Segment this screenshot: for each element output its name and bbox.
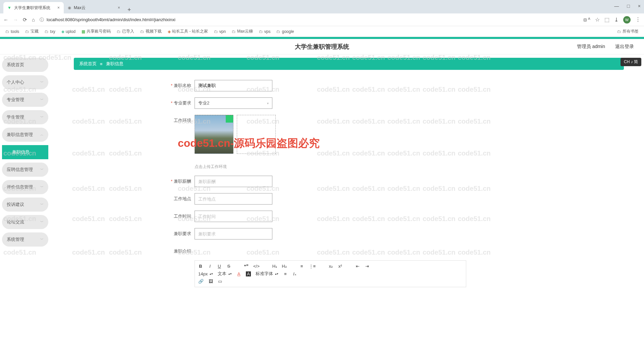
ol-icon[interactable]: ≡ xyxy=(300,264,304,269)
input-job-name[interactable] xyxy=(195,80,272,91)
bookmark-folder[interactable]: 🗀视频下载 xyxy=(138,28,164,35)
chevron-down-icon: ﹀ xyxy=(40,115,44,120)
image-preview[interactable] xyxy=(195,115,233,154)
sidebar-item-complaint[interactable]: 投诉建议﹀ xyxy=(2,198,48,212)
site-info-icon[interactable]: ⓘ xyxy=(40,17,44,23)
bookmark-icon[interactable]: ☆ xyxy=(595,16,600,23)
sidebar-item-forum[interactable]: 论坛交流﹀ xyxy=(2,215,48,229)
maximize-icon[interactable]: □ xyxy=(627,3,630,9)
sidebar-item-major[interactable]: 专业管理﹀ xyxy=(2,93,48,107)
text-color-icon[interactable]: A xyxy=(236,271,241,276)
translate-icon[interactable]: ⦻ᴬ xyxy=(583,16,590,23)
bookmark-link[interactable]: ◈站长工具 - 站长之家 xyxy=(166,28,210,35)
strike-icon[interactable]: S xyxy=(226,264,231,269)
chevron-down-icon: ﹀ xyxy=(40,167,44,172)
quote-icon[interactable]: ❝❞ xyxy=(244,264,249,269)
all-bookmarks[interactable]: 🗀所有书签 xyxy=(615,28,641,35)
close-icon[interactable]: × xyxy=(118,5,120,10)
sidebar-item-jobinfo[interactable]: 兼职信息管理︿ xyxy=(2,128,48,142)
bookmark-folder[interactable]: 🗀google xyxy=(274,29,296,35)
app-title: 大学生兼职管理系统 xyxy=(295,43,349,51)
chevron-down-icon: ﹀ xyxy=(40,97,44,102)
italic-icon[interactable]: I xyxy=(208,264,212,269)
bookmark-link[interactable]: ◈uplod xyxy=(59,29,77,35)
align-icon[interactable]: ≡ xyxy=(283,271,288,276)
h1-icon[interactable]: H₁ xyxy=(272,264,277,269)
bookmark-folder[interactable]: 🗀已导入 xyxy=(115,28,136,35)
superscript-icon[interactable]: x² xyxy=(338,264,342,269)
bookmark-folder[interactable]: 🗀宝藏 xyxy=(23,28,41,35)
tab-title: 大学生兼职管理系统 xyxy=(14,5,50,11)
user-label[interactable]: 管理员 admin xyxy=(577,44,605,50)
folder-icon: 🗀 xyxy=(117,29,121,34)
link-icon: ◈ xyxy=(61,29,64,34)
link-icon[interactable]: 🔗 xyxy=(198,279,204,284)
bookmark-folder[interactable]: 🗀tools xyxy=(3,29,21,35)
clear-format-icon[interactable]: Iₓ xyxy=(292,271,297,276)
home-icon[interactable]: ⌂ xyxy=(32,17,35,23)
new-tab-button[interactable]: + xyxy=(124,6,135,13)
chevron-down-icon: ﹀ xyxy=(40,202,44,207)
profile-avatar[interactable]: W xyxy=(623,16,631,24)
close-icon[interactable]: × xyxy=(57,5,60,10)
ime-indicator[interactable]: CH ♪ 简 xyxy=(621,58,641,66)
app-header: 大学生兼职管理系统 管理员 admin 退出登录 xyxy=(0,39,644,54)
upload-button[interactable] xyxy=(237,115,276,154)
ul-icon[interactable]: ⋮≡ xyxy=(309,264,316,269)
input-salary[interactable] xyxy=(195,176,272,187)
sidebar-item-apply[interactable]: 应聘信息管理﹀ xyxy=(2,163,48,177)
indent-icon[interactable]: ⇥ xyxy=(365,264,369,269)
bg-color-icon[interactable]: A xyxy=(246,271,251,276)
bold-icon[interactable]: B xyxy=(198,264,203,269)
chevron-down-icon: ▾ xyxy=(267,101,269,105)
logout-link[interactable]: 退出登录 xyxy=(615,44,634,50)
link-icon: ◈ xyxy=(168,29,171,34)
folder-icon: 🗀 xyxy=(259,29,263,34)
input-time[interactable] xyxy=(195,211,272,222)
label-major: 专业要求 xyxy=(168,97,191,106)
sidebar-item-review[interactable]: 评价信息管理﹀ xyxy=(2,180,48,194)
sidebar-sub-jobinfo[interactable]: 兼职信息 xyxy=(2,145,48,159)
h2-icon[interactable]: H₂ xyxy=(282,264,286,269)
tab-favicon: ▼ xyxy=(7,5,11,10)
reload-icon[interactable]: ⟳ xyxy=(23,17,27,23)
input-location[interactable] xyxy=(195,193,272,205)
back-icon[interactable]: ← xyxy=(3,17,8,23)
minimize-icon[interactable]: — xyxy=(614,3,619,9)
sidebar-item-home[interactable]: 系统首页 xyxy=(2,58,48,72)
sidebar-item-profile[interactable]: 个人中心﹀ xyxy=(2,75,48,89)
download-icon[interactable]: ⤓ xyxy=(614,16,619,23)
content-area: 系统首页 ≡ 兼职信息 CH ♪ 简 兼职名称 专业要求 专业2 ▾ 工作环境 xyxy=(50,54,644,350)
browser-tab[interactable]: ◉ Max云 × xyxy=(64,2,124,13)
bookmark-link[interactable]: ▦共享账号密码 xyxy=(79,28,113,35)
code-icon[interactable]: </> xyxy=(253,264,260,269)
forward-icon[interactable]: → xyxy=(13,17,18,23)
text-type-select[interactable]: 文本▴▾ xyxy=(218,271,232,277)
label-requirement: 兼职要求 xyxy=(168,228,191,237)
bookmark-folder[interactable]: 🗀txy xyxy=(43,29,57,35)
outdent-icon[interactable]: ⇤ xyxy=(355,264,360,269)
bookmark-folder[interactable]: 🗀vpn xyxy=(212,29,228,35)
menu-icon[interactable]: ⋮ xyxy=(635,16,641,23)
select-major[interactable]: 专业2 ▾ xyxy=(195,97,272,109)
underline-icon[interactable]: U xyxy=(217,264,222,269)
folder-icon: 🗀 xyxy=(232,29,236,34)
close-window-icon[interactable]: × xyxy=(638,3,641,9)
input-requirement[interactable] xyxy=(195,228,272,239)
subscript-icon[interactable]: x₂ xyxy=(328,264,333,269)
delete-corner-icon[interactable] xyxy=(226,115,233,123)
video-icon[interactable]: ▭ xyxy=(218,279,222,284)
browser-tab-active[interactable]: ▼ 大学生兼职管理系统 × xyxy=(3,2,64,13)
font-family-select[interactable]: 标准字体▴▾ xyxy=(256,271,278,277)
url-input[interactable]: ⓘ localhost:8080/springbooth4bmt/admin/d… xyxy=(40,17,578,23)
extensions-icon[interactable]: ⬚ xyxy=(604,16,609,23)
font-size-select[interactable]: 14px▴▾ xyxy=(198,271,213,276)
bookmark-folder[interactable]: 🗀vps xyxy=(257,29,273,35)
sidebar-item-system[interactable]: 系统管理﹀ xyxy=(2,232,48,247)
label-job-name: 兼职名称 xyxy=(168,80,191,89)
breadcrumb-home[interactable]: 系统首页 xyxy=(79,61,97,67)
image-icon[interactable]: 🖼 xyxy=(208,279,213,284)
breadcrumb-current: 兼职信息 xyxy=(106,61,123,67)
sidebar-item-student[interactable]: 学生管理﹀ xyxy=(2,110,48,124)
bookmark-folder[interactable]: 🗀Max云梯 xyxy=(230,28,255,35)
